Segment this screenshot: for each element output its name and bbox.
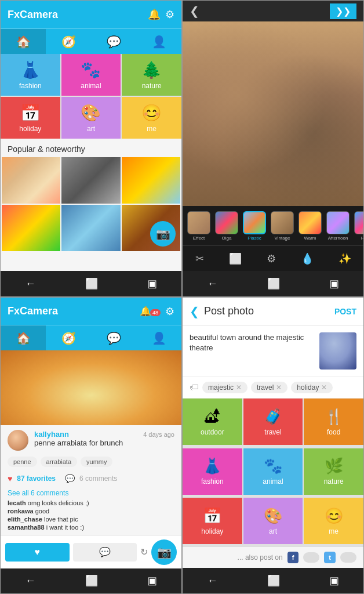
bell-icon-p1[interactable]: 🔔: [148, 8, 161, 21]
photo-grid-wrap-p1: 📷: [1, 157, 181, 251]
photo-city[interactable]: [61, 157, 120, 204]
photo-sunset[interactable]: [122, 157, 180, 204]
twitter-btn-p4[interactable]: t: [324, 552, 336, 563]
twitter-toggle-p4[interactable]: [340, 552, 356, 563]
p1-header: FxCamera 🔔 ⚙: [1, 1, 181, 28]
msg-btn-p3[interactable]: 💬: [73, 543, 137, 562]
remove-travel[interactable]: ✕: [276, 383, 282, 392]
cat-nature-label-p1: nature: [142, 82, 162, 90]
back-btn-p1[interactable]: ←: [26, 278, 36, 290]
nav-home-p3[interactable]: 🏠: [1, 325, 46, 350]
recents-btn-p1[interactable]: ▣: [147, 277, 157, 290]
filter-effect[interactable]: Effect: [186, 211, 212, 241]
cat-outdoor-p4[interactable]: 🏕 outdoor: [183, 399, 242, 445]
cat-me-p1[interactable]: 😊 me: [122, 97, 181, 139]
cat-nature-p4[interactable]: 🌿 nature: [304, 448, 363, 495]
cat-fashion-p1[interactable]: 👗 fashion: [1, 54, 60, 96]
recents-btn2-p2[interactable]: ▣: [329, 277, 339, 290]
section-title-p1: Popular & noteworthy: [1, 139, 181, 157]
cat-art-p1[interactable]: 🎨 art: [61, 97, 121, 139]
cat-food-p4[interactable]: 🍴 food: [304, 399, 363, 445]
filter-vintage[interactable]: Vintage: [270, 211, 295, 241]
crop-btn-p2[interactable]: ✂: [195, 252, 204, 265]
nav-home-p1[interactable]: 🏠: [1, 29, 46, 54]
gear-icon-p1[interactable]: ⚙: [165, 8, 174, 21]
tag-penne[interactable]: penne: [8, 457, 37, 467]
facebook-toggle-p4[interactable]: [303, 552, 319, 563]
feed-photo-p3[interactable]: [1, 350, 181, 425]
cat-me-label-p4: me: [329, 527, 338, 535]
photo-statue[interactable]: [61, 205, 120, 251]
actions-row-p3: ♥ 87 favorites 💬 6 comments: [1, 470, 181, 487]
cat-fashion-p4[interactable]: 👗 fashion: [183, 448, 242, 495]
art-icon2-p4: 🎨: [264, 507, 282, 525]
adjust-btn-p2[interactable]: ⚙: [267, 252, 276, 265]
bell-icon-p3[interactable]: 🔔: [140, 306, 151, 316]
like-btn-p3[interactable]: ♥: [5, 543, 70, 562]
back-btn-nav-p4[interactable]: ←: [208, 575, 218, 587]
holiday-icon-p1: 📅: [20, 103, 41, 122]
recents-btn-p3[interactable]: ▣: [147, 574, 157, 587]
nav-explore-p3[interactable]: 🧭: [46, 325, 91, 350]
home-btn2-p2[interactable]: ⬜: [267, 277, 280, 290]
gear-icon-p3[interactable]: ⚙: [165, 305, 174, 318]
home-btn-p1[interactable]: ⬜: [85, 277, 98, 290]
post-button-p4[interactable]: POST: [334, 307, 356, 316]
frame-btn-p2[interactable]: ⬜: [229, 252, 242, 265]
nav-feed-p1[interactable]: 💬: [91, 29, 136, 54]
avatar-p3[interactable]: [8, 430, 28, 451]
cat-animal-p4[interactable]: 🐾 animal: [243, 448, 303, 495]
forward-btn-p2[interactable]: ❯❯: [330, 3, 356, 19]
post-info-p3: kallyhann 4 days ago penne arrabiata for…: [34, 430, 174, 447]
photo-fruit[interactable]: [2, 205, 60, 251]
feed-photo-inner-p3: [1, 350, 181, 425]
back-btn2-p2[interactable]: ←: [208, 278, 218, 290]
filter-olga[interactable]: Olga: [214, 211, 239, 241]
post-thumb-img-p4: [319, 332, 356, 370]
p3-header: FxCamera 🔔 48 ⚙: [1, 298, 181, 325]
camera-fab-p1[interactable]: 📷: [150, 221, 176, 247]
remove-holiday[interactable]: ✕: [321, 383, 327, 392]
filter-high[interactable]: High: [353, 211, 363, 241]
nav-feed-p3[interactable]: 💬: [91, 325, 136, 350]
cat-holiday-p4[interactable]: 📅 holiday: [183, 498, 242, 544]
tag-yummy[interactable]: yummy: [81, 457, 112, 467]
camera-fab-p3[interactable]: 📷: [151, 539, 177, 565]
username-p3[interactable]: kallyhann: [34, 430, 69, 439]
cat-animal-label-p1: animal: [81, 82, 101, 90]
favorites-btn-p3[interactable]: 87 favorites: [17, 475, 56, 483]
see-comments-p3[interactable]: See all 6 comments: [1, 487, 181, 499]
recents-btn-nav-p4[interactable]: ▣: [329, 574, 339, 587]
cat-nature-p1[interactable]: 🌲 nature: [122, 54, 181, 96]
filter-strip-p2[interactable]: Effect Olga Plastic Vintage Warm Afterno…: [183, 206, 363, 245]
post-text-p3: penne arrabiata for brunch: [34, 439, 174, 447]
filter-warm[interactable]: Warm: [297, 211, 323, 241]
cat-me-p4[interactable]: 😊 me: [304, 498, 363, 544]
cat-holiday-p1[interactable]: 📅 holiday: [1, 97, 60, 139]
nav-profile-p3[interactable]: 👤: [136, 325, 181, 350]
facebook-btn-p4[interactable]: f: [287, 552, 299, 563]
remove-majestic[interactable]: ✕: [236, 383, 242, 392]
share-btn-p3[interactable]: ↻: [140, 546, 148, 557]
tone-btn-p2[interactable]: ✨: [338, 252, 351, 265]
photo-road[interactable]: 📷: [122, 205, 180, 251]
filter-thumb-afternoon: [326, 211, 350, 234]
tag-arrabiata[interactable]: arrabiata: [41, 457, 77, 467]
filter-plastic[interactable]: Plastic: [242, 211, 267, 241]
back-btn-p4[interactable]: ❮: [190, 305, 199, 318]
back-btn-p3[interactable]: ←: [26, 575, 36, 587]
home-btn-nav-p4[interactable]: ⬜: [267, 574, 280, 587]
cat-animal-p1[interactable]: 🐾 animal: [61, 54, 121, 96]
comments-btn-p3[interactable]: 6 comments: [79, 475, 117, 483]
cat-art-p4[interactable]: 🎨 art: [243, 498, 303, 544]
filter-afternoon[interactable]: Afternoon: [325, 211, 351, 241]
vignette-btn-p2[interactable]: 💧: [301, 252, 314, 265]
cat-travel-p4[interactable]: 🧳 travel: [243, 399, 303, 445]
home-btn-p3[interactable]: ⬜: [85, 574, 98, 587]
photo-macaron[interactable]: [2, 157, 60, 204]
bottom-nav-p1: ← ⬜ ▣: [1, 271, 181, 296]
back-btn-p2[interactable]: ❮: [190, 4, 199, 18]
nav-explore-p1[interactable]: 🧭: [46, 29, 91, 54]
nav-profile-p1[interactable]: 👤: [136, 29, 181, 54]
post-caption-p4[interactable]: beautiful town around the majestic theat…: [190, 332, 314, 370]
